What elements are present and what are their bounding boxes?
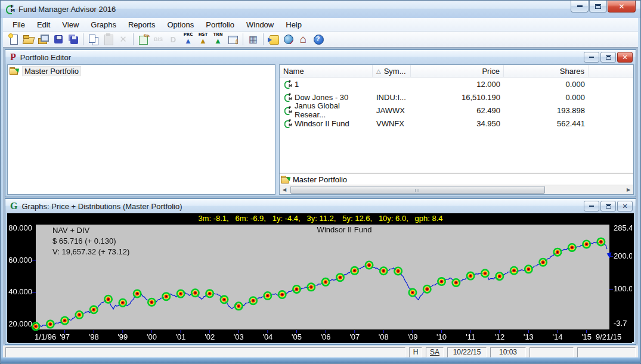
distribution-icon: D — [167, 35, 180, 44]
portfolio-editor-controls: ✕ — [583, 52, 633, 63]
globe-check-icon — [283, 33, 295, 45]
help-icon — [312, 33, 324, 45]
scroll-thumb[interactable] — [290, 186, 545, 194]
data-register-button[interactable] — [225, 32, 240, 46]
open-portfolio-button[interactable] — [36, 32, 51, 46]
tree-item-master-portfolio[interactable]: Master Portfolio — [10, 66, 273, 76]
save-button[interactable] — [51, 32, 66, 46]
sort-ascending-icon: △ — [376, 68, 381, 74]
gw-close-button[interactable]: ✕ — [617, 201, 633, 211]
graphs-icon: G — [10, 201, 17, 211]
delete-button: ✕ — [116, 32, 131, 46]
column-header-label: Name — [283, 67, 304, 76]
chart-area: 3m: -8.1, 6m: -6.9, 1y: -4.4, 3y: 11.2, … — [7, 213, 634, 342]
cell-value: 12.000 — [476, 80, 500, 89]
column-header-label: Sym... — [384, 67, 406, 76]
pe-minimize-button[interactable] — [584, 52, 599, 63]
horizontal-scrollbar[interactable]: ◀ ▶ — [280, 185, 633, 194]
column-header-price[interactable]: Price — [411, 65, 504, 77]
menu-window[interactable]: Window — [240, 18, 280, 31]
cell-value: 62.490 — [476, 106, 500, 115]
copy-button[interactable] — [86, 32, 101, 46]
portfolio-group-bar[interactable]: Master Portfolio — [280, 173, 633, 185]
cell-value: 1 — [295, 80, 299, 89]
cell-value: JAWWX — [376, 106, 405, 115]
portfolio-tree: Master Portfolio — [7, 64, 275, 195]
save-all-button[interactable] — [66, 32, 80, 46]
fund-fm-icon: FM — [284, 119, 292, 127]
close-button[interactable]: ✕ — [608, 1, 636, 13]
menu-bar: FileEditViewGraphsReportsOptionsPortfoli… — [3, 18, 638, 32]
cell-value: 16,510.190 — [462, 93, 500, 102]
menu-options[interactable]: Options — [161, 18, 200, 31]
table-row[interactable]: FMWindsor II FundVWNFX34.950562.441 — [280, 117, 633, 130]
save-all-icon — [67, 33, 79, 45]
cell-value: Janus Global Resear... — [295, 101, 369, 119]
menu-help[interactable]: Help — [280, 18, 308, 31]
memo-button[interactable] — [266, 32, 281, 46]
home-icon: ⌂ — [298, 33, 309, 45]
column-header-label: Shares — [560, 67, 584, 76]
portfolio-folder-icon — [281, 176, 291, 183]
minimize-icon — [589, 206, 594, 207]
menu-portfolio[interactable]: Portfolio — [200, 18, 240, 31]
status-date: 10/22/15 — [447, 347, 487, 357]
new-button[interactable] — [6, 32, 21, 46]
transactions-button[interactable]: TRN▲ — [210, 32, 225, 46]
buy-sell-button: B/S — [151, 32, 166, 46]
table-row[interactable]: FMJanus Global Resear...JAWWX62.490193.8… — [280, 104, 633, 117]
table-row[interactable]: FM112.0000.000 — [280, 77, 633, 91]
gw-minimize-button[interactable] — [584, 201, 599, 211]
cell-value: VWNFX — [376, 119, 404, 128]
portfolio-editor-titlebar[interactable]: P Portfolio Editor ✕ — [5, 50, 636, 64]
column-header-sym[interactable]: △Sym... — [373, 65, 411, 77]
open-button[interactable] — [21, 32, 36, 46]
help-button[interactable] — [311, 32, 326, 46]
buy-sell-icon: B/S — [152, 36, 165, 42]
portfolio-editor-body: Master Portfolio Name△Sym...PriceShares … — [7, 64, 634, 195]
menu-view[interactable]: View — [56, 18, 85, 31]
menu-file[interactable]: File — [7, 18, 31, 31]
edit-button[interactable] — [136, 32, 151, 46]
graphs-title: Graphs: Price + Distributions (Master Po… — [21, 202, 182, 211]
pe-maximize-button[interactable] — [600, 52, 616, 63]
holdings-table: FM112.0000.000FMDow Jones - 30INDU:I...1… — [280, 77, 633, 173]
close-icon: ✕ — [618, 3, 624, 10]
scroll-right-arrow-icon[interactable]: ▶ — [624, 185, 633, 194]
status-extra2 — [577, 347, 636, 357]
fund-fm-icon: FM — [284, 106, 292, 114]
menu-graphs[interactable]: Graphs — [85, 18, 122, 31]
save-floppy-icon — [52, 33, 64, 45]
status-sa[interactable]: SA — [426, 347, 444, 357]
memo-note-icon — [268, 33, 280, 45]
column-header-shares[interactable]: Shares — [504, 65, 589, 77]
scroll-left-arrow-icon[interactable]: ◀ — [280, 185, 289, 194]
mdi-client: P Portfolio Editor ✕ Master Portfolio Na… — [3, 48, 638, 344]
main-titlebar[interactable]: FM Fund Manager Advisor 2016 ✕ — [1, 1, 640, 18]
cell-value: 0.000 — [565, 93, 585, 102]
status-time: 10:03 — [490, 347, 526, 357]
menu-reports[interactable]: Reports — [122, 18, 162, 31]
column-header-name[interactable]: Name — [280, 65, 373, 77]
paste-button — [101, 32, 116, 46]
graphs-window: G Graphs: Price + Distributions (Master … — [5, 198, 636, 345]
menu-edit[interactable]: Edit — [31, 18, 56, 31]
history-button[interactable]: HST▲ — [196, 32, 210, 46]
calculator-icon: ▦ — [247, 33, 259, 45]
column-header-label: Price — [482, 67, 500, 76]
pe-close-button[interactable]: ✕ — [617, 52, 633, 63]
cell-value: 0.000 — [565, 80, 585, 89]
calculator-button[interactable]: ▦ — [246, 32, 261, 46]
group-label: Master Portfolio — [293, 175, 347, 184]
window-title: Fund Manager Advisor 2016 — [18, 5, 116, 14]
home-button[interactable]: ⌂ — [296, 32, 311, 46]
tree-item-label: Master Portfolio — [22, 66, 81, 76]
fund-fm-icon: FM — [284, 80, 292, 88]
prices-button[interactable]: PRC▲ — [181, 32, 196, 46]
graphs-titlebar[interactable]: G Graphs: Price + Distributions (Master … — [5, 199, 636, 213]
minimize-button[interactable] — [571, 1, 589, 13]
gw-maximize-button[interactable] — [600, 201, 616, 211]
internet-update-button[interactable] — [281, 32, 296, 46]
minimize-icon — [589, 57, 594, 58]
maximize-button[interactable] — [589, 1, 607, 13]
